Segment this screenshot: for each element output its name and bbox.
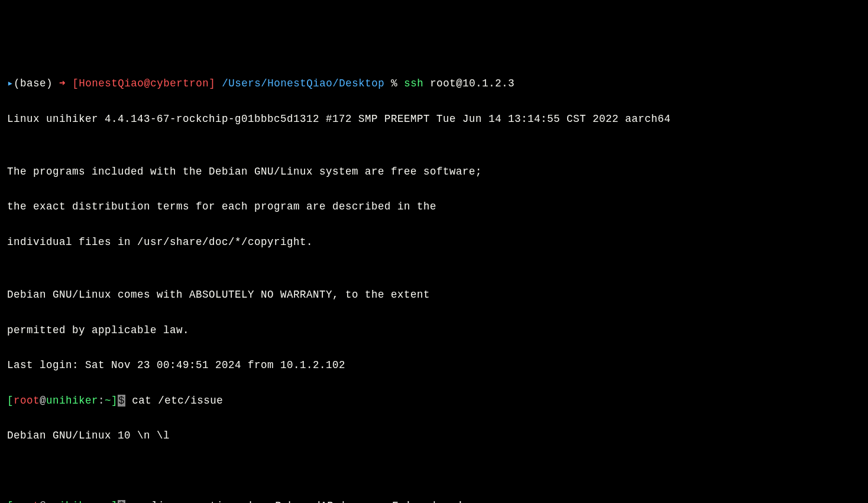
motd-line: permitted by applicable law.	[7, 322, 861, 340]
terminal-output[interactable]: ▸(base) ➜ [HonestQiao@cybertron] /Users/…	[7, 75, 861, 503]
prompt-line: [root@unihiker:~]$ nmcli connection show…	[7, 498, 861, 503]
blank-line	[7, 463, 861, 481]
motd-line: individual files in /usr/share/doc/*/cop…	[7, 234, 861, 252]
motd-line: Debian GNU/Linux comes with ABSOLUTELY N…	[7, 286, 861, 304]
prompt-line: [root@unihiker:~]$ cat /etc/issue	[7, 392, 861, 410]
motd-line: the exact distribution terms for each pr…	[7, 198, 861, 216]
last-login-line: Last login: Sat Nov 23 00:49:51 2024 fro…	[7, 357, 861, 375]
ssh-connect-line: ▸(base) ➜ [HonestQiao@cybertron] /Users/…	[7, 75, 861, 93]
motd-line: The programs included with the Debian GN…	[7, 163, 861, 181]
motd-line: Linux unihiker 4.4.143-67-rockchip-g01bb…	[7, 111, 861, 128]
output-line: Debian GNU/Linux 10 \n \l	[7, 427, 861, 445]
